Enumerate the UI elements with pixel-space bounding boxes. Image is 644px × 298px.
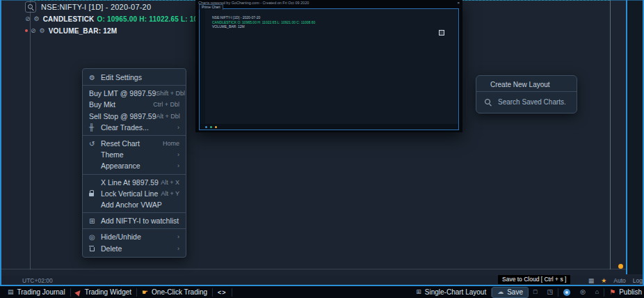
menu-item-add-anchor-vwap[interactable]: Add Anchor VWAP [83, 199, 186, 210]
rocket-icon [74, 288, 82, 296]
gear-icon[interactable]: ⚙ [40, 27, 45, 34]
code-button[interactable]: <> [213, 286, 232, 298]
menu-divider [83, 85, 186, 86]
menu-item-label: Clear Trades... [101, 123, 177, 132]
menu-item-label: Reset Chart [101, 139, 163, 148]
fullscreen-button[interactable]: ◳ [542, 286, 558, 298]
one-click-trading-button[interactable]: ☛ One-Click Trading [137, 286, 212, 298]
menu-item-label: Sell Stop @ 9897.59 [89, 112, 156, 120]
menu-item-edit-settings[interactable]: ⚙Edit Settings [83, 72, 186, 83]
symbol-title: NSE:NIFTY-I [1D] - 2020-07-20 [41, 3, 151, 11]
menu-item-add-nifty-i-to-watchlist[interactable]: ⊞Add NIFTY-I to watchlist [83, 215, 186, 226]
trading-app: NSE:NIFTY-I [1D] - 2020-07-20 ⊘ ⚙ CANDLE… [0, 0, 644, 298]
menu-shortcut: Ctrl + Dbl [153, 101, 179, 108]
toolbar-divider [232, 288, 232, 297]
left-price-axis[interactable] [0, 0, 30, 276]
pointer-hand-icon: ☛ [142, 288, 148, 296]
snapshot-button[interactable]: □ [529, 286, 542, 298]
menu-item-label: Add Anchor VWAP [101, 201, 179, 209]
target-icon: ◎ [580, 289, 586, 295]
trading-widget-label: Trading Widget [85, 288, 131, 296]
grid-settings-icon[interactable]: ▦ [588, 277, 595, 284]
menu-item-delete[interactable]: Delete› [83, 242, 186, 253]
chevron-right-icon: › [177, 233, 179, 240]
timezone-button[interactable]: UTC+02:00 [22, 277, 53, 284]
visibility-toggle-icon[interactable]: ⊘ [31, 27, 36, 34]
single-chart-layout-label: Single-Chart Layout [425, 288, 486, 296]
journal-icon: ▤ [8, 289, 14, 295]
menu-item-theme[interactable]: Theme› [83, 149, 186, 160]
menu-shortcut: Shift + Dbl [156, 90, 185, 97]
lock-icon [89, 190, 95, 196]
log-scale-button[interactable]: Log [633, 277, 643, 284]
popup-header: Charts powered by GoCharting.com - Creat… [195, 0, 462, 5]
menu-item-label: Buy LMT @ 9897.59 [89, 89, 156, 97]
menu-item-create-new-layout[interactable]: Create New Layout [476, 79, 577, 89]
mini-toolbar-strip [200, 9, 205, 130]
menu-item-buy-mkt[interactable]: Buy MktCtrl + Dbl [83, 99, 186, 110]
menu-item-sell-stop-9897-59[interactable]: Sell Stop @ 9897.59Alt + Dbl [83, 111, 186, 122]
trash-icon [89, 245, 95, 251]
status-dot [618, 264, 623, 269]
gear-icon[interactable]: ⚙ [34, 15, 40, 22]
save-tooltip: Save to Cloud [ Ctrl + s ] [498, 275, 570, 284]
chevron-right-icon: › [177, 151, 179, 158]
menu-item-x-line-at-9897-59[interactable]: X Line At 9897.59Alt + X [83, 177, 186, 188]
saved-charts-search[interactable]: Search Saved Charts. [476, 94, 577, 109]
zoom-button[interactable] [25, 1, 36, 13]
menu-item-label: Lock Vertical Line [101, 189, 161, 198]
expand-icon: ◳ [547, 289, 553, 295]
auto-scale-button[interactable]: Auto [613, 277, 626, 284]
close-icon[interactable]: × [457, 1, 460, 5]
save-label: Save [507, 288, 523, 296]
broker-button[interactable]: ⌂ [590, 286, 604, 298]
menu-item-label: Edit Settings [101, 73, 179, 81]
menu-divider [83, 212, 186, 213]
volume-indicator-label: VOLUME_BAR: 12M [49, 27, 118, 35]
footer-dot-icon [205, 126, 207, 128]
menu-item-reset-chart[interactable]: ↺Reset ChartHome [83, 138, 186, 149]
menu-divider [476, 91, 577, 92]
menu-item-label: Delete [101, 244, 177, 253]
mini-volume-label: VOLUME_BAR: 12M [212, 24, 315, 29]
search-icon [485, 99, 492, 106]
chart-preview-popup: Charts powered by GoCharting.com - Creat… [195, 0, 462, 132]
single-chart-layout-button[interactable]: ⊞ Single-Chart Layout [411, 286, 491, 298]
one-click-trading-label: One-Click Trading [152, 288, 207, 296]
chevron-right-icon: › [177, 124, 179, 131]
target-button[interactable]: ◎ [575, 286, 590, 298]
save-button[interactable]: ☁ Save [492, 287, 529, 298]
mini-chart-header: NSE:NIFTY-I [1D] - 2020-07-20 CANDLESTIC… [212, 15, 315, 29]
axis-separator-left [30, 0, 31, 269]
menu-shortcut: Alt + Y [161, 190, 179, 197]
camera-button[interactable] [558, 286, 575, 298]
copy-icon[interactable] [439, 30, 444, 36]
menu-item-label: Appearance [101, 162, 177, 170]
publish-button[interactable]: ⚑ Publish [604, 286, 644, 298]
menu-item-label: Add NIFTY-I to watchlist [101, 217, 179, 225]
trading-journal-button[interactable]: ▤ Trading Journal [3, 286, 70, 298]
visibility-toggle-icon[interactable]: ⊘ [25, 15, 31, 22]
favorite-star-icon[interactable]: ★ [601, 277, 606, 284]
menu-shortcut: Alt + Dbl [156, 113, 179, 120]
menu-item-label: Buy Mkt [89, 100, 153, 109]
menu-item-lock-vertical-line[interactable]: Lock Vertical LineAlt + Y [83, 188, 186, 199]
reset-icon: ↺ [89, 140, 95, 148]
menu-divider [83, 135, 186, 136]
code-icon: <> [218, 289, 227, 296]
trading-widget-button[interactable]: Trading Widget [71, 286, 136, 298]
footer-dot-icon [215, 126, 217, 128]
popup-mini-chart: NSE:NIFTY-I [1D] - 2020-07-20 CANDLESTIC… [199, 8, 459, 130]
menu-item-clear-trades[interactable]: ╫Clear Trades...› [83, 122, 186, 133]
cloud-icon: ☁ [497, 289, 504, 295]
menu-item-appearance[interactable]: Appearance› [83, 160, 186, 171]
menu-item-hide-unhide[interactable]: ◎Hide/Unhide› [83, 231, 186, 242]
eye-icon: ◎ [89, 233, 95, 241]
right-price-axis[interactable] [611, 0, 627, 276]
chart-context-menu: ⚙Edit SettingsBuy LMT @ 9897.59Shift + D… [82, 68, 186, 258]
scale-controls: ▦ ★ Auto Log [588, 276, 643, 285]
bottom-toolbar: ▤ Trading Journal Trading Widget ☛ One-C… [0, 286, 644, 298]
publish-label: Publish [619, 288, 642, 296]
menu-item-label: X Line At 9897.59 [101, 178, 161, 187]
menu-item-buy-lmt-9897-59[interactable]: Buy LMT @ 9897.59Shift + Dbl [83, 88, 186, 99]
